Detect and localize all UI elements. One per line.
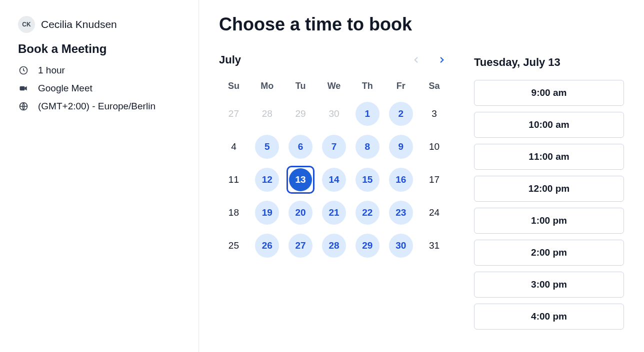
day-cell: 27 — [219, 100, 248, 127]
month-label: July — [219, 53, 241, 66]
day-cell[interactable]: 23 — [386, 199, 416, 226]
location-label: Google Meet — [38, 83, 92, 94]
day-cell[interactable]: 2 — [386, 100, 416, 127]
day-cell: 25 — [219, 232, 248, 259]
meta-timezone[interactable]: (GMT+2:00) - Europe/Berlin — [18, 101, 180, 112]
time-slots: Tuesday, July 13 9:00 am10:00 am11:00 am… — [474, 53, 624, 330]
day-cell[interactable]: 15 — [352, 166, 382, 193]
day-cell: 18 — [219, 199, 248, 226]
day-cell: 24 — [420, 199, 449, 226]
slot-list: 9:00 am10:00 am11:00 am12:00 pm1:00 pm2:… — [474, 80, 624, 330]
dow-header: We — [320, 76, 349, 94]
day-cell[interactable]: 16 — [386, 166, 416, 193]
time-slot[interactable]: 11:00 am — [474, 144, 624, 170]
day-cell[interactable]: 26 — [252, 232, 282, 259]
calendar-grid: SuMoTuWeThFrSa27282930123456789101112131… — [219, 76, 449, 259]
time-slot[interactable]: 12:00 pm — [474, 176, 624, 202]
day-cell: 30 — [320, 100, 349, 127]
dow-header: Th — [352, 76, 382, 94]
time-slot[interactable]: 1:00 pm — [474, 208, 624, 234]
timezone-label: (GMT+2:00) - Europe/Berlin — [38, 101, 156, 112]
calendar: July SuMoTuWeThFrSa272829301234567891011… — [219, 53, 449, 330]
day-cell: 4 — [219, 133, 248, 160]
day-cell[interactable]: 22 — [352, 199, 382, 226]
avatar: CK — [18, 16, 35, 33]
day-cell: 10 — [420, 133, 449, 160]
day-cell: 31 — [420, 232, 449, 259]
day-cell[interactable]: 6 — [286, 133, 316, 160]
day-cell[interactable]: 5 — [252, 133, 282, 160]
day-cell[interactable]: 12 — [252, 166, 282, 193]
selected-date-label: Tuesday, July 13 — [474, 56, 624, 69]
day-cell[interactable]: 30 — [386, 232, 416, 259]
day-cell[interactable]: 13 — [286, 166, 316, 193]
day-cell[interactable]: 9 — [386, 133, 416, 160]
next-month-button[interactable] — [435, 53, 449, 67]
day-cell[interactable]: 8 — [352, 133, 382, 160]
day-cell: 17 — [420, 166, 449, 193]
day-cell: 28 — [252, 100, 282, 127]
host-row: CK Cecilia Knudsen — [18, 16, 180, 33]
svg-rect-1 — [20, 86, 25, 90]
clock-icon — [18, 65, 29, 76]
sidebar: CK Cecilia Knudsen Book a Meeting 1 hour… — [0, 0, 199, 352]
day-cell: 3 — [420, 100, 449, 127]
dow-header: Sa — [420, 76, 449, 94]
day-cell[interactable]: 1 — [352, 100, 382, 127]
sidebar-title: Book a Meeting — [18, 42, 180, 56]
video-icon — [18, 83, 29, 94]
dow-header: Fr — [386, 76, 416, 94]
host-name: Cecilia Knudsen — [41, 18, 117, 30]
main: Choose a time to book July — [199, 0, 644, 352]
meta-location: Google Meet — [18, 83, 180, 94]
page-title: Choose a time to book — [219, 14, 624, 35]
day-cell[interactable]: 7 — [320, 133, 349, 160]
day-cell[interactable]: 14 — [320, 166, 349, 193]
day-cell[interactable]: 19 — [252, 199, 282, 226]
globe-icon — [18, 101, 29, 112]
prev-month-button — [409, 53, 423, 67]
dow-header: Su — [219, 76, 248, 94]
dow-header: Tu — [286, 76, 316, 94]
time-slot[interactable]: 2:00 pm — [474, 240, 624, 266]
day-cell[interactable]: 20 — [286, 199, 316, 226]
day-cell: 11 — [219, 166, 248, 193]
duration-label: 1 hour — [38, 65, 65, 76]
day-cell[interactable]: 21 — [320, 199, 349, 226]
time-slot[interactable]: 3:00 pm — [474, 272, 624, 298]
time-slot[interactable]: 4:00 pm — [474, 304, 624, 330]
time-slot[interactable]: 10:00 am — [474, 112, 624, 138]
time-slot[interactable]: 9:00 am — [474, 80, 624, 106]
day-cell[interactable]: 29 — [352, 232, 382, 259]
day-cell: 29 — [286, 100, 316, 127]
day-cell[interactable]: 28 — [320, 232, 349, 259]
dow-header: Mo — [252, 76, 282, 94]
meta-duration: 1 hour — [18, 65, 180, 76]
day-cell[interactable]: 27 — [286, 232, 316, 259]
